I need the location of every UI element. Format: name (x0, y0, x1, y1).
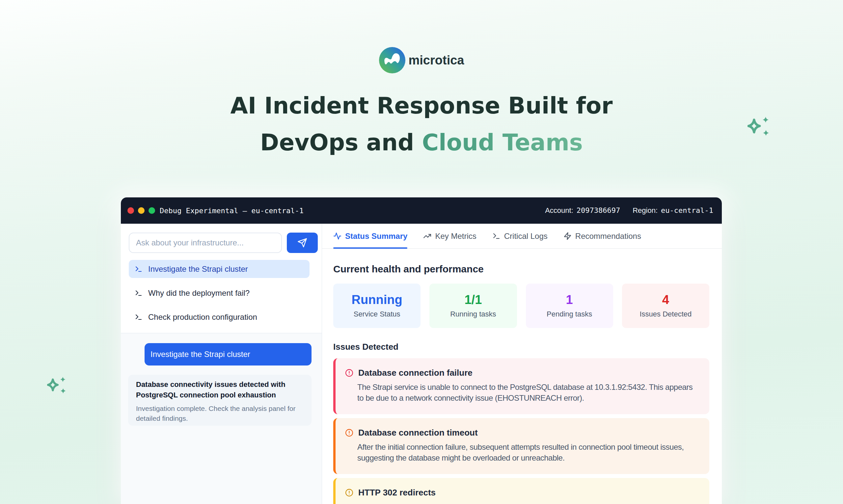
chat-sidebar: Investigate the Strapi cluster Why did t… (121, 224, 322, 504)
sparkles-icon (747, 117, 770, 137)
microtica-logo-icon (379, 47, 406, 73)
assistant-message-title: Database connectivity issues detected wi… (136, 379, 304, 400)
stat-value: 4 (662, 293, 669, 307)
send-icon (297, 238, 307, 248)
traffic-lights (127, 207, 155, 214)
region-info: Region: eu-central-1 (633, 206, 713, 215)
suggestion-label: Investigate the Strapi cluster (148, 265, 248, 274)
stat-cards: Running Service Status 1/1 Running tasks… (333, 284, 709, 328)
terminal-icon (135, 265, 142, 273)
stat-label: Service Status (354, 310, 400, 319)
account-value: 2097386697 (577, 206, 620, 215)
terminal-icon (135, 289, 142, 297)
suggestion-deployment-fail[interactable]: Why did the deployment fail? (129, 284, 310, 302)
assistant-message-body: Investigation complete. Check the analys… (136, 404, 304, 424)
assistant-message: Database connectivity issues detected wi… (128, 375, 311, 426)
maximize-window-icon[interactable] (149, 207, 155, 214)
tab-key-metrics[interactable]: Key Metrics (423, 224, 476, 248)
account-label: Account: (545, 206, 573, 215)
issue-title: Database connection failure (358, 367, 472, 378)
status-summary-content: Current health and performance Running S… (322, 249, 722, 504)
terminal-icon (135, 313, 142, 321)
tab-label: Critical Logs (504, 232, 548, 241)
stat-label: Issues Detected (640, 310, 692, 319)
stat-label: Running tasks (450, 310, 496, 319)
tab-label: Recommendations (575, 232, 641, 241)
suggestion-label: Why did the deployment fail? (148, 289, 250, 298)
stat-service-status: Running Service Status (333, 284, 420, 328)
stat-issues-detected: 4 Issues Detected (622, 284, 709, 328)
stat-running-tasks: 1/1 Running tasks (429, 284, 517, 328)
highlight-text: Cloud Teams (422, 129, 583, 156)
stat-value: 1 (566, 293, 573, 307)
issues-heading: Issues Detected (333, 342, 709, 352)
window-title: Debug Experimental — eu-central-1 (160, 206, 304, 215)
stat-label: Pending tasks (547, 310, 592, 319)
stat-value: Running (352, 293, 402, 307)
issue-card-db-connection-timeout: Database connection timeout After the in… (333, 418, 709, 474)
sparkles-icon (47, 376, 67, 395)
issue-card-db-connection-failure: Database connection failure The Strapi s… (333, 358, 709, 414)
account-info: Account: 2097386697 (545, 206, 620, 215)
zap-icon (564, 232, 572, 240)
alert-circle-icon (345, 369, 353, 377)
user-message: Investigate the Strapi cluster (144, 343, 311, 365)
ask-infrastructure-input[interactable] (129, 233, 282, 253)
send-button[interactable] (287, 233, 318, 253)
brand-name: microtica (409, 53, 464, 68)
trending-up-icon (423, 232, 431, 240)
page-title: AI Incident Response Built for DevOps an… (0, 87, 843, 161)
issue-title: Database connection timeout (358, 427, 478, 438)
issue-description: After the initial connection failure, su… (357, 442, 700, 463)
suggestion-investigate-strapi[interactable]: Investigate the Strapi cluster (129, 260, 310, 278)
health-heading: Current health and performance (333, 264, 709, 275)
suggestion-label: Check production configuration (148, 312, 257, 322)
activity-icon (333, 232, 342, 240)
panel-tabs: Status Summary Key Metrics Critical Logs… (322, 224, 722, 249)
app-window: Debug Experimental — eu-central-1 Accoun… (121, 197, 722, 504)
tab-label: Key Metrics (435, 232, 476, 241)
tab-status-summary[interactable]: Status Summary (333, 224, 407, 248)
issue-description: The Strapi service is unable to connect … (357, 382, 700, 403)
stat-value: 1/1 (464, 293, 482, 307)
region-label: Region: (633, 206, 658, 215)
issue-title: HTTP 302 redirects (358, 487, 436, 498)
issue-description: The service is responding with HTTP 302 … (357, 501, 700, 504)
tab-recommendations[interactable]: Recommendations (564, 224, 641, 248)
alert-circle-icon (345, 429, 353, 437)
suggestion-check-production[interactable]: Check production configuration (129, 308, 310, 326)
alert-circle-icon (345, 488, 353, 497)
chat-thread: Investigate the Strapi cluster Database … (121, 333, 322, 504)
analysis-panel: Status Summary Key Metrics Critical Logs… (322, 224, 722, 504)
minimize-window-icon[interactable] (138, 207, 144, 214)
issue-card-http-302-redirects: HTTP 302 redirects The service is respon… (333, 478, 709, 504)
tab-label: Status Summary (345, 232, 407, 241)
terminal-icon (492, 232, 500, 240)
window-titlebar: Debug Experimental — eu-central-1 Accoun… (121, 197, 722, 224)
tab-critical-logs[interactable]: Critical Logs (492, 224, 548, 248)
close-window-icon[interactable] (127, 207, 134, 214)
stat-pending-tasks: 1 Pending tasks (526, 284, 613, 328)
region-value: eu-central-1 (661, 206, 713, 215)
brand-logo: microtica (0, 47, 843, 73)
